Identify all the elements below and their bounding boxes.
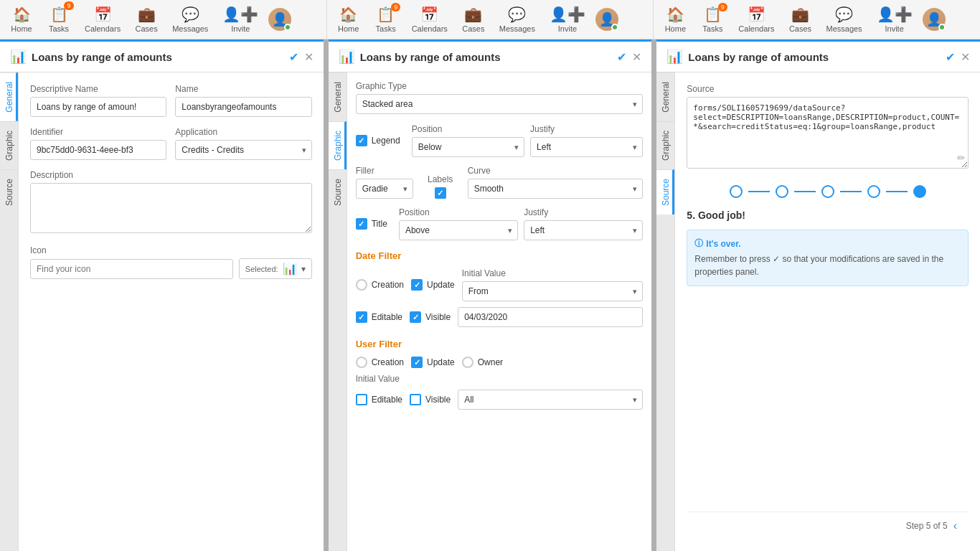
title-position-select[interactable]: Above [399,220,518,240]
user-creation-radio[interactable]: Creation [356,357,404,368]
title-justify-select[interactable]: Left [524,220,643,240]
chart-icon: 📊 [283,262,297,276]
nav-item-cases-3[interactable]: 💼Cases [781,1,819,37]
nav-item-home-1[interactable]: 🏠Home [3,1,40,37]
step-back-button[interactable]: ‹ [953,519,957,532]
user-editable-cb[interactable] [356,394,367,405]
nav-item-messages-1[interactable]: 💬Messages [165,1,215,37]
graphic-type-select[interactable]: Stacked area [356,94,644,114]
panel2-title-icon: 📊 [339,49,354,65]
user-owner-text: Owner [478,357,503,367]
date-update-checkbox[interactable]: ✓ Update [411,279,455,291]
step-dot-1 [730,185,743,198]
legend-checkbox-label[interactable]: ✓ Legend [356,135,400,146]
nav-item-messages-3[interactable]: 💬Messages [819,1,869,37]
description-textarea[interactable] [30,183,312,233]
date-editable-cb[interactable]: ✓ [356,311,367,323]
identifier-label: Identifier [30,127,166,137]
filler-select[interactable]: Gradie [356,179,413,199]
avatar-1[interactable]: 👤 [268,8,291,31]
panel2-confirm-button[interactable]: ✔ [617,50,626,64]
nav-item-cases-1[interactable]: 💼Cases [128,1,165,37]
panel2-tab-graphic[interactable]: Graphic [329,121,347,169]
its-over-title: ⓘ It's over. [694,237,961,250]
user-owner-radio[interactable]: Owner [462,357,503,368]
nav-item-home-3[interactable]: 🏠Home [656,1,694,37]
title-checkbox-label[interactable]: ✓ Title [356,218,387,230]
user-update-checkbox[interactable]: ✓ Update [411,357,455,368]
online-indicator-3 [938,24,946,31]
nav-item-calendars-2[interactable]: 📅Calendars [405,1,455,37]
date-value-input[interactable] [458,307,643,327]
source-label: Source [687,84,969,94]
step-navigation: Step 5 of 5 ‹ [687,512,969,540]
avatar-3[interactable]: 👤 [923,8,946,31]
nav-item-invite-2[interactable]: 👤➕Invite [542,1,593,37]
panel2-title: Loans by range of amounts [360,51,501,63]
date-update-text: Update [427,280,455,290]
nav-item-tasks-3[interactable]: 📋9 Tasks [694,1,731,37]
panel1-confirm-button[interactable]: ✔ [289,50,298,64]
panel1-tab-source[interactable]: Source [0,169,18,215]
panel2-close-button[interactable]: ✕ [632,50,641,64]
panel1-tab-graphic[interactable]: Graphic [0,121,18,169]
legend-position-select[interactable]: Below [412,137,524,157]
date-visible-cb[interactable]: ✓ [410,311,421,323]
avatar-2[interactable]: 👤 [595,8,618,31]
date-visible-text: Visible [425,312,451,322]
panel1-close-button[interactable]: ✕ [304,50,314,64]
date-editable-checkbox[interactable]: ✓ Editable [356,311,402,323]
nav-item-cases-2[interactable]: 💼Cases [455,1,492,37]
user-visible-cb[interactable] [410,394,421,405]
user-initial-value-select[interactable]: All [458,390,643,410]
panel3-close-button[interactable]: ✕ [961,50,970,64]
nav-item-calendars-1[interactable]: 📅Calendars [77,1,128,37]
nav-item-home-2[interactable]: 🏠Home [330,1,367,37]
nav-item-tasks-1[interactable]: 📋9 Tasks [40,1,77,37]
panel3-tab-graphic[interactable]: Graphic [656,121,674,169]
icon-label: Icon [30,245,312,255]
panel3-tab-source[interactable]: Source [656,169,674,215]
source-edit-icon[interactable]: ✏ [957,152,966,164]
source-textarea[interactable]: forms/SOLI1605719699/dataSource?select=D… [687,97,969,169]
nav-item-tasks-2[interactable]: 📋9 Tasks [367,1,405,37]
application-select[interactable]: Credits - Credits [175,140,311,160]
user-creation-text: Creation [372,357,404,367]
user-editable-checkbox[interactable]: Editable [356,394,402,405]
legend-position-label: Position [412,124,524,134]
curve-select[interactable]: Smooth [468,179,644,199]
date-creation-radio-btn[interactable] [356,279,367,291]
user-editable-text: Editable [372,395,402,405]
icon-dropdown-arrow[interactable]: ▾ [301,264,306,274]
labels-label: Labels [428,174,453,184]
nav-item-invite-1[interactable]: 👤➕Invite [215,1,265,37]
topbar-section-1: 🏠Home 📋9 Tasks 📅Calendars 💼Cases 💬Messag… [0,0,327,39]
icon-search-input[interactable] [30,259,233,279]
legend-justify-select[interactable]: Left [530,137,643,157]
date-visible-checkbox[interactable]: ✓ Visible [410,311,451,323]
legend-checkbox[interactable]: ✓ [356,135,367,146]
nav-item-invite-3[interactable]: 👤➕Invite [870,1,920,37]
identifier-input[interactable] [30,140,166,160]
descriptive-name-input[interactable] [30,97,166,117]
title-checkbox[interactable]: ✓ [356,218,367,230]
date-update-cb[interactable]: ✓ [411,279,423,291]
date-creation-radio[interactable]: Creation [356,279,404,291]
nav-item-messages-2[interactable]: 💬Messages [492,1,542,37]
panel2-tab-source[interactable]: Source [329,169,347,215]
user-visible-checkbox[interactable]: Visible [410,394,451,405]
user-update-cb[interactable]: ✓ [411,357,423,368]
date-initial-value-select[interactable]: From [462,281,644,301]
user-creation-radio-btn[interactable] [356,357,367,368]
panel3-confirm-button[interactable]: ✔ [946,50,955,64]
name-input[interactable] [175,97,311,117]
title-label-text: Title [372,219,387,229]
nav-item-calendars-3[interactable]: 📅Calendars [731,1,781,37]
labels-checkbox[interactable]: ✓ [435,187,446,199]
panel3-tab-general[interactable]: General [656,72,674,121]
info-box: ⓘ It's over. Remember to press ✓ so that… [687,230,969,286]
panel1-title: Loans by range of amounts [32,51,172,63]
panel1-tab-general[interactable]: General [0,72,18,121]
user-owner-radio-btn[interactable] [462,357,473,368]
panel2-tab-general[interactable]: General [329,72,347,121]
